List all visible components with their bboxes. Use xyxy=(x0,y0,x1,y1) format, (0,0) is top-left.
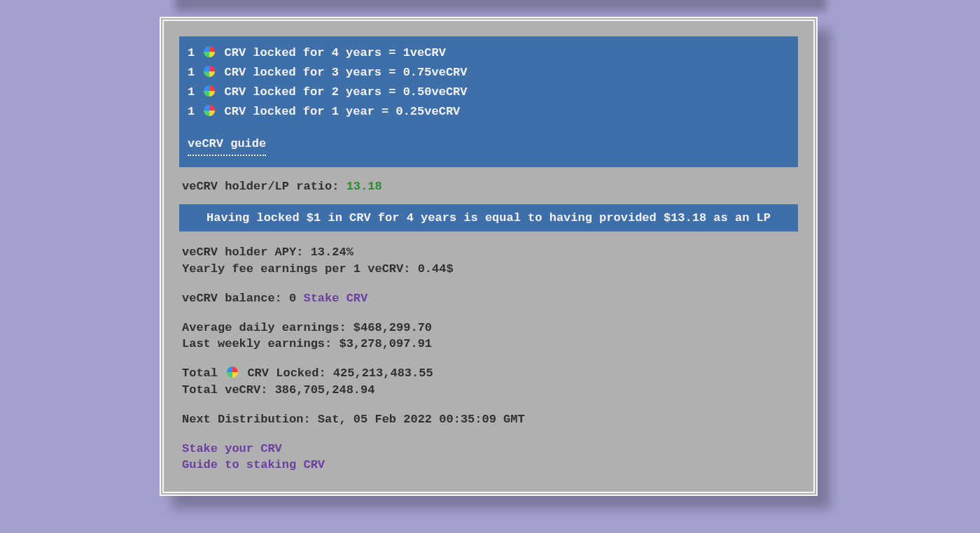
lock-prefix: 1 xyxy=(188,85,195,99)
total-locked-label-post: CRV Locked: xyxy=(240,367,333,380)
last-weekly-label: Last weekly earnings: xyxy=(182,337,339,350)
last-weekly-value: $3,278,097.91 xyxy=(339,337,432,350)
guide-staking-link[interactable]: Guide to staking CRV xyxy=(182,458,325,471)
vecrv-panel: 1 CRV locked for 4 years = 1veCRV 1 CRV … xyxy=(160,17,818,496)
total-vecrv-value: 386,705,248.94 xyxy=(275,383,375,397)
lock-rate-row: 1 CRV locked for 2 years = 0.50veCRV xyxy=(188,83,790,102)
total-vecrv-label: Total veCRV: xyxy=(182,383,275,397)
lock-result: 1veCRV xyxy=(403,46,446,59)
lock-prefix: 1 xyxy=(188,46,195,59)
crv-icon xyxy=(204,46,215,57)
lock-result: 0.75veCRV xyxy=(403,66,468,79)
balance-value: 0 xyxy=(289,292,296,305)
total-locked-label-pre: Total xyxy=(182,367,225,380)
lock-prefix: 1 xyxy=(188,105,195,118)
lock-token: CRV xyxy=(225,66,246,79)
next-dist-label: Next Distribution: xyxy=(182,413,318,426)
yearly-fee-value: 0.44$ xyxy=(418,262,454,276)
lock-token: CRV xyxy=(225,105,246,118)
equivalence-bar: Having locked $1 in CRV for 4 years is e… xyxy=(179,204,798,232)
ratio-line: veCRV holder/LP ratio: 13.18 xyxy=(179,167,798,204)
total-locked-value: 425,213,483.55 xyxy=(333,367,433,380)
crv-icon xyxy=(204,66,215,77)
lock-result: 0.50veCRV xyxy=(403,85,468,99)
yearly-fee-label: Yearly fee earnings per 1 veCRV: xyxy=(182,262,418,276)
stake-crv-link[interactable]: Stake CRV xyxy=(303,292,368,305)
lock-rate-row: 1 CRV locked for 3 years = 0.75veCRV xyxy=(188,63,790,83)
next-dist-value: Sat, 05 Feb 2022 00:35:09 GMT xyxy=(318,413,525,426)
lock-middle: locked for 3 years = xyxy=(253,66,396,79)
crv-icon xyxy=(227,367,238,378)
lock-rates-box: 1 CRV locked for 4 years = 1veCRV 1 CRV … xyxy=(179,36,798,167)
avg-daily-label: Average daily earnings: xyxy=(182,321,354,334)
lock-result: 0.25veCRV xyxy=(396,105,460,118)
balance-label: veCRV balance: xyxy=(182,292,289,305)
crv-icon xyxy=(204,85,215,97)
lock-rate-row: 1 CRV locked for 1 year = 0.25veCRV xyxy=(188,102,790,122)
ratio-value: 13.18 xyxy=(346,180,382,193)
lock-prefix: 1 xyxy=(188,66,195,79)
apy-label: veCRV holder APY: xyxy=(182,246,311,259)
lock-middle: locked for 4 years = xyxy=(253,46,396,59)
stake-your-crv-link[interactable]: Stake your CRV xyxy=(182,442,282,455)
stats-block: veCRV holder APY: 13.24% Yearly fee earn… xyxy=(179,232,798,476)
avg-daily-value: $468,299.70 xyxy=(354,321,432,334)
lock-middle: locked for 1 year = xyxy=(253,105,388,118)
lock-token: CRV xyxy=(225,46,246,59)
lock-middle: locked for 2 years = xyxy=(253,85,396,99)
lock-rate-row: 1 CRV locked for 4 years = 1veCRV xyxy=(188,43,790,63)
lock-token: CRV xyxy=(225,85,246,99)
vecrv-guide-link[interactable]: veCRV guide xyxy=(188,134,266,156)
ratio-label: veCRV holder/LP ratio: xyxy=(182,180,346,193)
apy-value: 13.24% xyxy=(311,246,354,259)
crv-icon xyxy=(204,105,215,116)
